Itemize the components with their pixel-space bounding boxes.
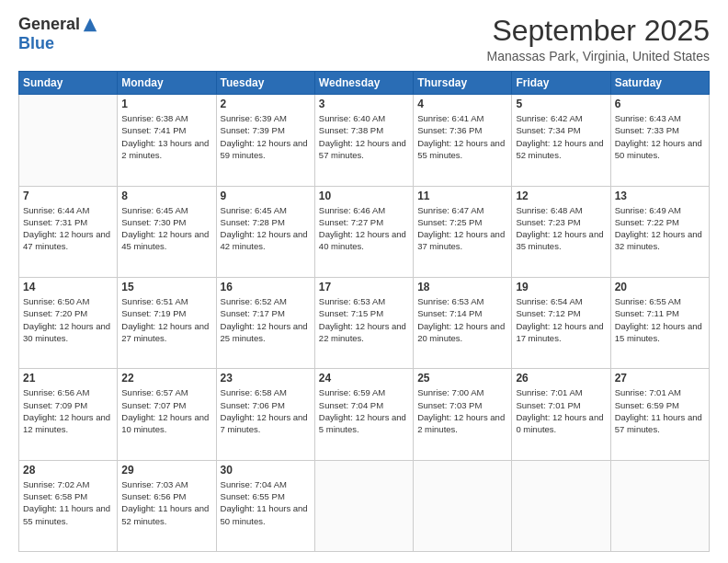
- day-number: 26: [516, 372, 606, 385]
- day-info: Sunrise: 6:53 AMSunset: 7:15 PMDaylight:…: [319, 295, 409, 344]
- day-info: Sunrise: 6:52 AMSunset: 7:17 PMDaylight:…: [221, 295, 311, 344]
- calendar-week-row: 1Sunrise: 6:38 AMSunset: 7:41 PMDaylight…: [19, 95, 710, 186]
- calendar-week-row: 7Sunrise: 6:44 AMSunset: 7:31 PMDaylight…: [19, 186, 710, 277]
- day-number: 9: [221, 190, 311, 202]
- table-row: 8Sunrise: 6:45 AMSunset: 7:30 PMDaylight…: [118, 186, 216, 277]
- location-title: Manassas Park, Virginia, United States: [486, 49, 710, 63]
- day-number: 10: [319, 190, 409, 202]
- table-row: 28Sunrise: 7:02 AMSunset: 6:58 PMDayligh…: [19, 460, 118, 551]
- col-tuesday: Tuesday: [216, 72, 314, 95]
- day-number: 29: [121, 464, 211, 477]
- logo-icon: [82, 17, 98, 33]
- day-info: Sunrise: 7:01 AMSunset: 6:59 PMDaylight:…: [615, 386, 705, 435]
- day-number: 27: [615, 372, 705, 385]
- calendar-table: Sunday Monday Tuesday Wednesday Thursday…: [18, 71, 710, 552]
- table-row: 5Sunrise: 6:42 AMSunset: 7:34 PMDaylight…: [512, 95, 610, 186]
- day-number: 30: [221, 464, 311, 477]
- day-number: 28: [23, 464, 113, 477]
- calendar-week-row: 21Sunrise: 6:56 AMSunset: 7:09 PMDayligh…: [19, 369, 710, 460]
- table-row: [314, 460, 413, 551]
- day-number: 14: [23, 281, 113, 293]
- table-row: 3Sunrise: 6:40 AMSunset: 7:38 PMDaylight…: [314, 95, 413, 186]
- day-info: Sunrise: 7:00 AMSunset: 7:03 PMDaylight:…: [417, 386, 507, 435]
- day-number: 11: [417, 190, 507, 202]
- day-number: 4: [417, 98, 507, 110]
- day-info: Sunrise: 6:57 AMSunset: 7:07 PMDaylight:…: [121, 386, 211, 435]
- table-row: 6Sunrise: 6:43 AMSunset: 7:33 PMDaylight…: [610, 95, 709, 186]
- table-row: 21Sunrise: 6:56 AMSunset: 7:09 PMDayligh…: [19, 369, 118, 460]
- svg-marker-0: [84, 17, 97, 30]
- day-info: Sunrise: 7:04 AMSunset: 6:55 PMDaylight:…: [221, 478, 311, 527]
- day-info: Sunrise: 6:45 AMSunset: 7:30 PMDaylight:…: [121, 204, 211, 253]
- table-row: 27Sunrise: 7:01 AMSunset: 6:59 PMDayligh…: [610, 369, 709, 460]
- day-info: Sunrise: 6:40 AMSunset: 7:38 PMDaylight:…: [319, 112, 409, 161]
- day-number: 7: [23, 190, 113, 202]
- day-number: 6: [615, 98, 705, 110]
- day-info: Sunrise: 6:41 AMSunset: 7:36 PMDaylight:…: [417, 112, 507, 161]
- day-number: 8: [121, 190, 211, 202]
- table-row: 7Sunrise: 6:44 AMSunset: 7:31 PMDaylight…: [19, 186, 118, 277]
- day-number: 15: [121, 281, 211, 293]
- col-friday: Friday: [512, 72, 610, 95]
- col-saturday: Saturday: [610, 72, 709, 95]
- day-number: 18: [417, 281, 507, 293]
- table-row: 9Sunrise: 6:45 AMSunset: 7:28 PMDaylight…: [216, 186, 314, 277]
- table-row: [610, 460, 709, 551]
- day-number: 5: [516, 98, 606, 110]
- day-number: 16: [221, 281, 311, 293]
- table-row: 30Sunrise: 7:04 AMSunset: 6:55 PMDayligh…: [216, 460, 314, 551]
- table-row: 19Sunrise: 6:54 AMSunset: 7:12 PMDayligh…: [512, 277, 610, 368]
- day-info: Sunrise: 6:59 AMSunset: 7:04 PMDaylight:…: [319, 386, 409, 435]
- table-row: 20Sunrise: 6:55 AMSunset: 7:11 PMDayligh…: [610, 277, 709, 368]
- col-sunday: Sunday: [19, 72, 118, 95]
- day-info: Sunrise: 6:55 AMSunset: 7:11 PMDaylight:…: [615, 295, 705, 344]
- day-number: 25: [417, 372, 507, 385]
- day-info: Sunrise: 6:38 AMSunset: 7:41 PMDaylight:…: [121, 112, 211, 161]
- title-block: September 2025 Manassas Park, Virginia, …: [486, 15, 710, 63]
- col-wednesday: Wednesday: [314, 72, 413, 95]
- day-info: Sunrise: 6:45 AMSunset: 7:28 PMDaylight:…: [221, 204, 311, 253]
- table-row: 25Sunrise: 7:00 AMSunset: 7:03 PMDayligh…: [414, 369, 512, 460]
- day-info: Sunrise: 7:02 AMSunset: 6:58 PMDaylight:…: [23, 478, 113, 527]
- calendar-page: General Blue September 2025 Manassas Par…: [0, 0, 728, 563]
- table-row: [19, 95, 118, 186]
- day-info: Sunrise: 6:46 AMSunset: 7:27 PMDaylight:…: [319, 204, 409, 253]
- day-number: 20: [615, 281, 705, 293]
- table-row: 1Sunrise: 6:38 AMSunset: 7:41 PMDaylight…: [118, 95, 216, 186]
- day-number: 2: [221, 98, 311, 110]
- table-row: 4Sunrise: 6:41 AMSunset: 7:36 PMDaylight…: [414, 95, 512, 186]
- day-info: Sunrise: 6:48 AMSunset: 7:23 PMDaylight:…: [516, 204, 606, 253]
- day-info: Sunrise: 6:56 AMSunset: 7:09 PMDaylight:…: [23, 386, 113, 435]
- logo-blue-text: Blue: [18, 34, 54, 53]
- calendar-week-row: 28Sunrise: 7:02 AMSunset: 6:58 PMDayligh…: [19, 460, 710, 551]
- col-monday: Monday: [118, 72, 216, 95]
- day-number: 1: [121, 98, 211, 110]
- header: General Blue September 2025 Manassas Par…: [18, 15, 710, 63]
- day-info: Sunrise: 6:50 AMSunset: 7:20 PMDaylight:…: [23, 295, 113, 344]
- table-row: 18Sunrise: 6:53 AMSunset: 7:14 PMDayligh…: [414, 277, 512, 368]
- logo: General Blue: [18, 15, 98, 53]
- table-row: 12Sunrise: 6:48 AMSunset: 7:23 PMDayligh…: [512, 186, 610, 277]
- table-row: 10Sunrise: 6:46 AMSunset: 7:27 PMDayligh…: [314, 186, 413, 277]
- day-info: Sunrise: 6:54 AMSunset: 7:12 PMDaylight:…: [516, 295, 606, 344]
- day-info: Sunrise: 6:42 AMSunset: 7:34 PMDaylight:…: [516, 112, 606, 161]
- table-row: 17Sunrise: 6:53 AMSunset: 7:15 PMDayligh…: [314, 277, 413, 368]
- table-row: 15Sunrise: 6:51 AMSunset: 7:19 PMDayligh…: [118, 277, 216, 368]
- month-title: September 2025: [486, 15, 710, 47]
- day-info: Sunrise: 6:58 AMSunset: 7:06 PMDaylight:…: [221, 386, 311, 435]
- logo-general-text: General: [18, 15, 80, 34]
- table-row: [512, 460, 610, 551]
- calendar-week-row: 14Sunrise: 6:50 AMSunset: 7:20 PMDayligh…: [19, 277, 710, 368]
- day-number: 13: [615, 190, 705, 202]
- table-row: 16Sunrise: 6:52 AMSunset: 7:17 PMDayligh…: [216, 277, 314, 368]
- table-row: 11Sunrise: 6:47 AMSunset: 7:25 PMDayligh…: [414, 186, 512, 277]
- table-row: 24Sunrise: 6:59 AMSunset: 7:04 PMDayligh…: [314, 369, 413, 460]
- day-number: 22: [121, 372, 211, 385]
- day-info: Sunrise: 6:44 AMSunset: 7:31 PMDaylight:…: [23, 204, 113, 253]
- day-info: Sunrise: 7:01 AMSunset: 7:01 PMDaylight:…: [516, 386, 606, 435]
- day-number: 12: [516, 190, 606, 202]
- day-number: 19: [516, 281, 606, 293]
- table-row: 13Sunrise: 6:49 AMSunset: 7:22 PMDayligh…: [610, 186, 709, 277]
- day-info: Sunrise: 6:39 AMSunset: 7:39 PMDaylight:…: [221, 112, 311, 161]
- table-row: [414, 460, 512, 551]
